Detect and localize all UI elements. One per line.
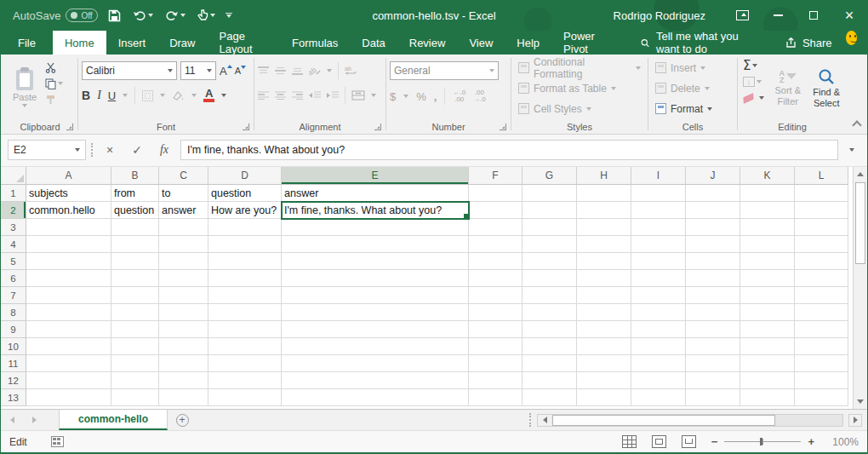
copy-button[interactable] <box>43 77 65 90</box>
cell-I11[interactable] <box>631 355 686 372</box>
cell-H6[interactable] <box>577 270 631 287</box>
cell-L12[interactable] <box>795 372 848 389</box>
cell-L8[interactable] <box>795 304 848 321</box>
cell-E11[interactable] <box>282 355 469 372</box>
horizontal-scrollbar[interactable] <box>537 414 843 427</box>
fill-button[interactable]: ↓ <box>741 75 766 89</box>
cell-K13[interactable] <box>740 389 795 406</box>
cell-D3[interactable] <box>208 219 282 236</box>
column-header-C[interactable]: C <box>159 167 208 185</box>
cell-B7[interactable] <box>111 287 159 304</box>
cell-J9[interactable] <box>686 321 740 338</box>
row-header-6[interactable]: 6 <box>1 270 26 287</box>
cell-K12[interactable] <box>740 372 795 389</box>
cell-B11[interactable] <box>111 355 159 372</box>
cell-C10[interactable] <box>159 338 208 355</box>
tab-scroll-splitter[interactable] <box>529 413 532 427</box>
cell-F7[interactable] <box>469 287 523 304</box>
grow-font-button[interactable]: A <box>220 65 231 78</box>
cell-G4[interactable] <box>523 236 577 253</box>
cell-J8[interactable] <box>686 304 740 321</box>
cell-A6[interactable] <box>26 270 111 287</box>
normal-view-button[interactable] <box>622 435 637 448</box>
maximize-button[interactable] <box>796 0 831 31</box>
cell-F12[interactable] <box>469 372 523 389</box>
save-button[interactable] <box>106 8 123 24</box>
cell-D13[interactable] <box>208 389 282 406</box>
cell-D1[interactable]: question <box>208 185 282 202</box>
cell-J3[interactable] <box>686 219 740 236</box>
cell-G10[interactable] <box>523 338 577 355</box>
cell-H3[interactable] <box>577 219 631 236</box>
align-middle-button[interactable] <box>275 66 286 75</box>
enter-entry-button[interactable]: ✓ <box>126 140 148 160</box>
cell-H5[interactable] <box>577 253 631 270</box>
cell-B1[interactable]: from <box>111 185 159 202</box>
format-cells-button[interactable]: Format <box>652 99 734 119</box>
cell-E9[interactable] <box>282 321 469 338</box>
column-header-D[interactable]: D <box>208 167 282 185</box>
cell-H10[interactable] <box>577 338 631 355</box>
cell-J2[interactable] <box>686 202 740 219</box>
cell-I6[interactable] <box>631 270 686 287</box>
cell-D8[interactable] <box>208 304 282 321</box>
cell-H4[interactable] <box>577 236 631 253</box>
autosum-button[interactable]: Σ <box>741 59 766 72</box>
cell-I3[interactable] <box>631 219 686 236</box>
decrease-indent-button[interactable] <box>309 91 321 100</box>
name-box[interactable]: E2 <box>8 140 86 160</box>
delete-cells-button[interactable]: Delete <box>652 78 734 99</box>
align-center-button[interactable] <box>275 91 286 100</box>
cell-J7[interactable] <box>686 287 740 304</box>
cell-J10[interactable] <box>686 338 740 355</box>
cell-G12[interactable] <box>523 372 577 389</box>
cell-K10[interactable] <box>740 338 795 355</box>
insert-function-button[interactable]: fx <box>153 140 175 160</box>
cell-H11[interactable] <box>577 355 631 372</box>
vertical-scroll-thumb[interactable] <box>855 182 865 264</box>
cell-L1[interactable] <box>795 185 848 202</box>
italic-button[interactable]: I <box>97 89 101 102</box>
page-break-preview-button[interactable] <box>682 435 696 448</box>
cell-K11[interactable] <box>740 355 795 372</box>
orientation-caret[interactable] <box>327 69 332 72</box>
fill-caret[interactable] <box>757 80 762 83</box>
cell-B12[interactable] <box>111 372 159 389</box>
minimize-button[interactable] <box>760 0 796 31</box>
column-header-E[interactable]: E <box>282 167 469 185</box>
merge-center-button[interactable] <box>351 90 365 101</box>
orientation-button[interactable]: ab <box>309 66 321 76</box>
expand-formula-bar-button[interactable] <box>843 148 860 152</box>
cell-K5[interactable] <box>740 253 795 270</box>
cell-C1[interactable]: to <box>159 185 208 202</box>
row-header-3[interactable]: 3 <box>1 219 26 236</box>
cell-B2[interactable]: question <box>111 202 159 219</box>
cell-E8[interactable] <box>282 304 469 321</box>
cell-C11[interactable] <box>159 355 208 372</box>
font-color-caret[interactable] <box>221 94 226 97</box>
tab-data[interactable]: Data <box>350 31 397 55</box>
cell-styles-button[interactable]: Cell Styles <box>515 99 644 119</box>
cell-I9[interactable] <box>631 321 686 338</box>
tab-home[interactable]: Home <box>53 31 106 55</box>
currency-caret[interactable] <box>403 95 408 98</box>
font-size-combobox[interactable]: 11 <box>180 61 216 80</box>
cell-K8[interactable] <box>740 304 795 321</box>
row-header-11[interactable]: 11 <box>1 355 26 372</box>
tab-formulas[interactable]: Formulas <box>280 31 350 55</box>
cell-J12[interactable] <box>686 372 740 389</box>
cell-I2[interactable] <box>631 202 686 219</box>
cell-A1[interactable]: subjects <box>26 185 111 202</box>
cell-I13[interactable] <box>631 389 686 406</box>
autosave-toggle[interactable]: AutoSave Off <box>13 9 98 22</box>
cell-A8[interactable] <box>26 304 111 321</box>
cell-F4[interactable] <box>469 236 523 253</box>
cell-E5[interactable] <box>282 253 469 270</box>
copy-caret[interactable] <box>58 82 63 85</box>
tab-insert[interactable]: Insert <box>106 31 158 55</box>
cell-E2[interactable]: I'm fine, thanks. What about you? <box>282 202 469 219</box>
row-header-7[interactable]: 7 <box>1 287 26 304</box>
merge-center-caret[interactable] <box>371 94 376 97</box>
feedback-smiley-icon[interactable] <box>846 31 857 45</box>
touch-mode-button[interactable] <box>196 8 217 24</box>
